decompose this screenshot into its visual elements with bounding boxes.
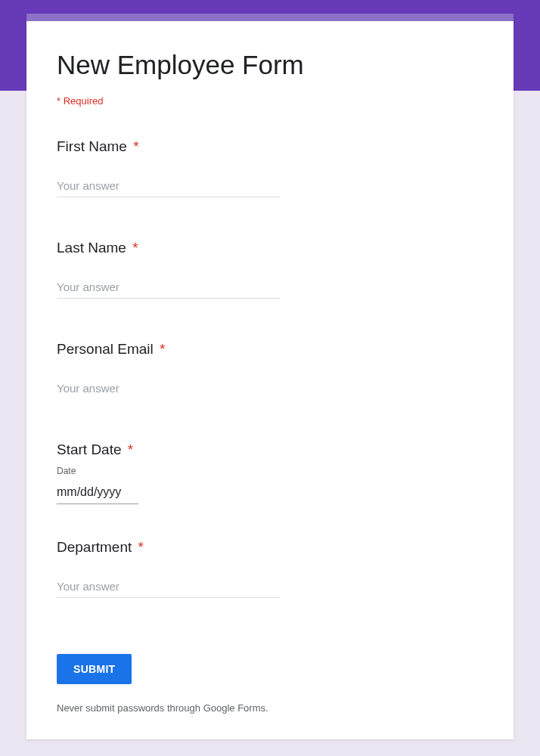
required-asterisk: *	[138, 539, 144, 555]
personal-email-label-text: Personal Email	[57, 341, 154, 357]
disclaimer-text: Never submit passwords through Google Fo…	[57, 702, 483, 714]
field-first-name: First Name *	[57, 138, 483, 197]
field-department: Department *	[57, 539, 483, 598]
personal-email-label: Personal Email *	[57, 341, 483, 358]
form-card: New Employee Form * Required First Name …	[26, 14, 514, 739]
last-name-label-text: Last Name	[57, 240, 126, 256]
start-date-label: Start Date *	[57, 442, 483, 458]
required-asterisk: *	[132, 240, 138, 256]
first-name-label: First Name *	[57, 138, 483, 155]
first-name-label-text: First Name	[57, 138, 127, 154]
last-name-label: Last Name *	[57, 240, 483, 256]
required-asterisk: *	[128, 442, 133, 457]
field-start-date: Start Date * Date	[57, 442, 483, 504]
field-last-name: Last Name *	[57, 240, 483, 299]
department-label: Department *	[57, 539, 483, 556]
required-asterisk: *	[133, 138, 138, 154]
department-label-text: Department	[57, 539, 132, 555]
personal-email-input[interactable]	[57, 380, 280, 399]
start-date-sublabel: Date	[57, 466, 483, 476]
required-note: * Required	[57, 95, 483, 107]
department-input[interactable]	[57, 578, 280, 598]
field-personal-email: Personal Email *	[57, 341, 483, 399]
first-name-input[interactable]	[57, 178, 280, 197]
last-name-input[interactable]	[57, 279, 280, 299]
start-date-input[interactable]	[57, 484, 138, 504]
start-date-label-text: Start Date	[57, 442, 122, 457]
form-title: New Employee Form	[57, 50, 483, 80]
required-asterisk: *	[160, 341, 165, 357]
submit-button[interactable]: SUBMIT	[57, 654, 132, 684]
